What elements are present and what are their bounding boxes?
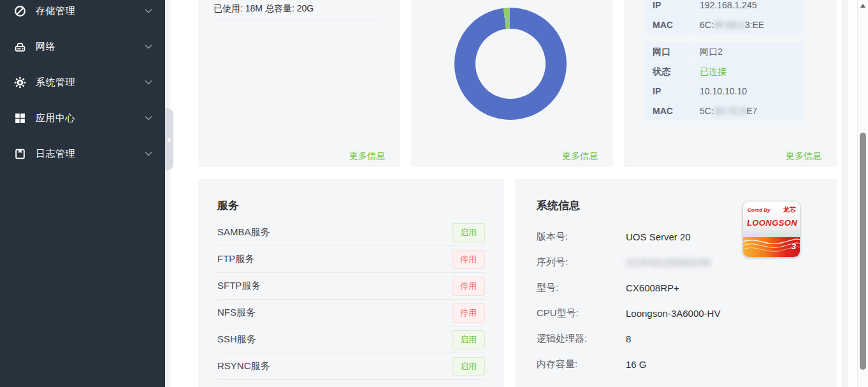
scrollbar-thumb[interactable]	[860, 133, 866, 370]
row-value: 5C:3D:7C:5E7	[691, 101, 804, 120]
row-value: CX6008RP+	[626, 282, 679, 293]
services-card: 服务 SAMBA服务 启用 FTP服务 停用 SFTP服务 停用	[198, 179, 504, 387]
row-label: MAC	[644, 15, 690, 34]
system-info-rows: 版本号: UOS Server 20 序列号: 2C4F8A1E6B9D3K 型…	[537, 224, 811, 377]
row-label: 网口	[644, 42, 690, 61]
row-label: 逻辑处理器:	[537, 333, 626, 345]
sidebar-item-logs[interactable]: 日志管理	[0, 136, 165, 172]
row-value: 16 G	[626, 359, 647, 370]
service-name: SFTP服务	[217, 280, 261, 292]
loongson-coredby-text: Cored By	[748, 207, 770, 213]
sidebar-item-label: 系统管理	[36, 77, 145, 89]
service-name: FTP服务	[217, 253, 254, 265]
row-value: 6C:4F:9A:23:EE	[691, 15, 804, 34]
sidebar: 存储管理 网络	[0, 0, 165, 387]
circle-slash-icon	[14, 5, 26, 17]
row-label: 内存容量:	[537, 358, 626, 370]
chevron-down-icon	[145, 151, 152, 156]
row-value: 已连接	[691, 62, 804, 81]
loongson-cn-text: 龙芯	[783, 205, 796, 214]
network-more-link[interactable]: 更多信息	[786, 150, 821, 162]
service-name: RSYNC服务	[217, 360, 270, 372]
sidebar-edge-shadow	[165, 0, 171, 387]
system-info-card: 系统信息 Cored By 龙芯 LOONGSON 3 版本号: UOS Ser…	[515, 179, 837, 387]
storage-usage-card: 已使用: 18M 总容量: 20G 更多信息	[198, 0, 400, 167]
row-label: IP	[644, 0, 690, 15]
sidebar-item-label: 日志管理	[36, 148, 145, 160]
storage-chart-card: 更多信息	[411, 0, 613, 167]
content-scroll-track[interactable]	[841, 0, 848, 387]
storage-usage-text: 已使用: 18M 总容量: 20G	[213, 3, 314, 15]
network-table-port2: 网口 网口2 状态 已连接 IP 10.10.10.10 MAC 5C:3D:7…	[644, 42, 804, 121]
chevron-down-icon	[145, 80, 152, 85]
service-row: SFTP服务 停用	[217, 273, 485, 300]
service-row: SAMBA服务 启用	[217, 219, 485, 246]
chart-more-link[interactable]: 更多信息	[562, 150, 598, 162]
row-label: MAC	[644, 101, 690, 120]
row-label: 序列号:	[537, 256, 626, 268]
service-name: SSH服务	[217, 333, 256, 346]
chevron-down-icon	[145, 115, 152, 120]
row-value: 8	[626, 333, 631, 344]
row-label: 状态	[644, 62, 690, 81]
service-toggle-button[interactable]: 停用	[452, 250, 485, 269]
network-info-card: IP 192.168.1.245 MAC 6C:4F:9A:23:EE 网口 网…	[624, 0, 837, 167]
nas-admin-page: { "colors": { "accent_green": "#67c23a",…	[0, 0, 868, 387]
service-toggle-button[interactable]: 停用	[452, 277, 485, 296]
sidebar-menu: 存储管理 网络	[0, 0, 165, 172]
table-row: MAC 6C:4F:9A:23:EE	[644, 15, 804, 34]
page-scrollbar[interactable]	[857, 0, 868, 387]
service-toggle-button[interactable]: 停用	[452, 303, 485, 323]
services-list: SAMBA服务 启用 FTP服务 停用 SFTP服务 停用 NFS服务 停用	[217, 219, 485, 380]
system-row-cpu: CPU型号: Loongson-3A6000-HV	[537, 300, 811, 326]
sidebar-item-label: 存储管理	[36, 5, 145, 17]
sidebar-item-system[interactable]: 系统管理	[0, 64, 165, 100]
chevron-down-icon	[145, 8, 152, 13]
gear-icon	[14, 77, 26, 89]
service-row: RSYNC服务 启用	[217, 353, 485, 380]
divider	[213, 20, 381, 20]
service-toggle-button[interactable]: 启用	[452, 357, 485, 376]
sidebar-item-network[interactable]: 网络	[0, 29, 165, 64]
service-toggle-button[interactable]: 启用	[452, 223, 485, 242]
row-value: 网口2	[691, 42, 804, 61]
services-title: 服务	[217, 198, 239, 213]
table-row: IP 192.168.1.245	[644, 0, 804, 15]
row-value: Loongson-3A6000-HV	[626, 308, 720, 319]
table-row: 网口 网口2	[644, 42, 804, 61]
table-row: 状态 已连接	[644, 62, 804, 81]
system-info-title: 系统信息	[537, 198, 580, 213]
masked-value: 3D:7C:5	[714, 106, 746, 116]
row-label: 版本号:	[537, 231, 626, 243]
masked-serial-number: 2C4F8A1E6B9D3K	[626, 258, 712, 268]
row-label: IP	[644, 82, 690, 101]
collapse-left-icon: «	[167, 136, 171, 143]
storage-donut	[454, 8, 567, 120]
system-row-memory: 内存容量: 16 G	[537, 351, 811, 377]
service-toggle-button[interactable]: 启用	[452, 330, 485, 349]
sidebar-collapse-handle[interactable]: «	[165, 108, 173, 170]
service-row: NFS服务 停用	[217, 300, 485, 326]
table-row: IP 10.10.10.10	[644, 82, 804, 101]
donut-hole	[475, 29, 546, 99]
storage-more-link[interactable]: 更多信息	[349, 150, 385, 162]
sidebar-item-label: 应用中心	[36, 112, 145, 124]
row-label: CPU型号:	[537, 307, 626, 319]
chevron-down-icon	[145, 44, 152, 49]
row-value: 2C4F8A1E6B9D3K	[626, 257, 712, 268]
row-value: 10.10.10.10	[691, 82, 804, 101]
row-label: 型号:	[537, 282, 626, 294]
scroll-up-arrow[interactable]	[860, 4, 865, 8]
row-value: 192.168.1.245	[691, 0, 804, 15]
network-table-port1: IP 192.168.1.245 MAC 6C:4F:9A:23:EE	[644, 0, 804, 35]
app-grid-icon	[14, 112, 26, 124]
sidebar-item-storage[interactable]: 存储管理	[0, 0, 165, 29]
sidebar-item-label: 网络	[36, 41, 145, 53]
row-value: UOS Server 20	[626, 231, 691, 242]
network-device-icon	[14, 41, 26, 53]
system-row-cores: 逻辑处理器: 8	[537, 326, 811, 351]
system-row-version: 版本号: UOS Server 20	[537, 224, 811, 249]
sidebar-item-appcenter[interactable]: 应用中心	[0, 100, 165, 136]
masked-value: 4F:9A:2	[714, 20, 745, 30]
service-row: SSH服务 启用	[217, 326, 485, 353]
